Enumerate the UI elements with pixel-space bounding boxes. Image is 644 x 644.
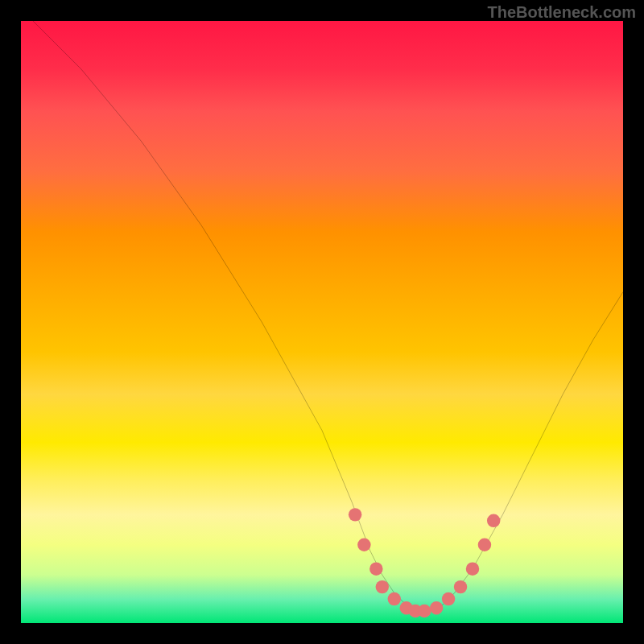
marker-dot: [418, 605, 431, 617]
watermark-text: TheBottleneck.com: [488, 3, 636, 22]
marker-dot: [357, 539, 370, 551]
bottleneck-curve: [33, 21, 623, 611]
marker-dots: [349, 508, 500, 617]
marker-dot: [376, 580, 389, 593]
marker-dot: [478, 539, 491, 551]
marker-dot: [454, 580, 467, 593]
marker-dot: [466, 562, 479, 575]
marker-dot: [442, 592, 455, 605]
marker-dot: [369, 562, 382, 575]
chart-svg: [21, 21, 623, 623]
marker-dot: [349, 508, 361, 521]
marker-dot: [487, 514, 500, 527]
plot-area: [21, 21, 623, 623]
marker-dot: [388, 592, 401, 605]
marker-dot: [430, 601, 443, 614]
